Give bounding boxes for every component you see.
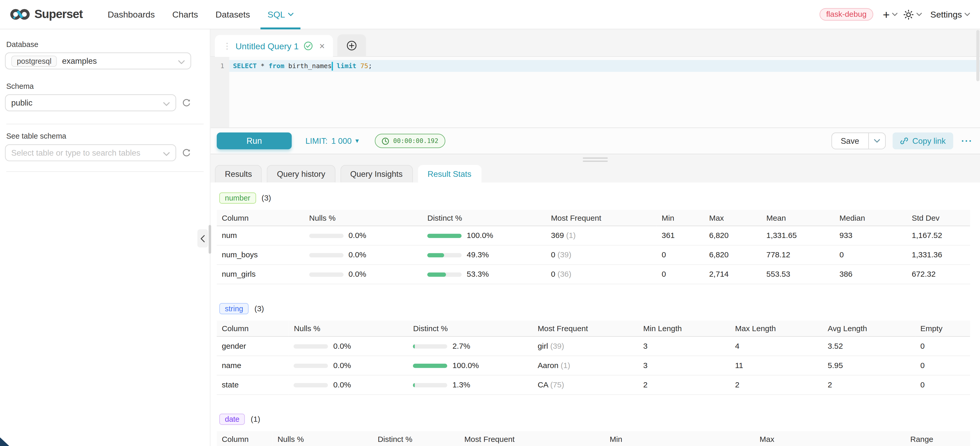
sql-token: * <box>257 60 269 72</box>
nav-item-sql[interactable]: SQL <box>259 0 302 29</box>
column-header-column: Column <box>217 431 272 446</box>
caret-down-icon: ▾ <box>355 137 359 145</box>
distinct-bar <box>427 272 461 276</box>
table-select-placeholder: Select table or type to search tables <box>11 148 140 158</box>
sql-token: birth_names <box>284 60 332 72</box>
nav-item-datasets[interactable]: Datasets <box>207 0 259 29</box>
check-circle-icon <box>304 41 313 51</box>
most-frequent-cell: girl (39) <box>533 336 638 356</box>
column-header-column: Column <box>217 210 304 226</box>
stats-section-number: number(3)ColumnNulls %Distinct %Most Fre… <box>217 183 970 284</box>
sidebar-divider <box>6 171 204 172</box>
column-header-column: Column <box>217 320 289 336</box>
most-frequent-value: 0 <box>551 251 557 260</box>
nav-item-label: SQL <box>267 9 285 19</box>
settings-label: Settings <box>931 9 962 19</box>
divider-scrollbar-thumb[interactable] <box>209 225 211 253</box>
chevron-down-icon <box>163 151 170 156</box>
settings-menu[interactable]: Settings <box>928 9 970 19</box>
database-select[interactable]: postgresql examples <box>5 53 191 69</box>
tab-query-history[interactable]: Query history <box>267 165 336 183</box>
column-header-max: Max <box>754 431 905 446</box>
chevron-down-icon <box>964 13 970 16</box>
most-frequent-value: 0 <box>551 270 557 279</box>
sql-token: from <box>269 60 284 72</box>
sql-editor[interactable]: 1 SELECT * from birth_names limit 75; <box>210 57 980 128</box>
chevron-down-icon <box>892 13 898 16</box>
stat-cell: 0 <box>834 245 907 264</box>
refresh-schemas-button[interactable] <box>181 98 191 107</box>
column-name-cell: gender <box>217 336 289 356</box>
stat-cell: 0 <box>657 245 704 264</box>
column-count: (1) <box>251 415 260 424</box>
superset-logo[interactable]: Superset <box>10 8 83 21</box>
refresh-tables-button[interactable] <box>181 148 191 158</box>
sql-code-line[interactable]: SELECT * from birth_names limit 75; <box>229 60 980 72</box>
sql-token: limit <box>337 60 356 72</box>
panel-scrollbar-thumb[interactable] <box>977 30 980 81</box>
nulls-bar <box>309 272 344 276</box>
add-query-tab-button[interactable] <box>337 34 366 56</box>
nulls-pct: 0.0% <box>348 231 366 240</box>
collapse-sidebar-button[interactable] <box>197 229 208 247</box>
refresh-icon <box>181 148 191 158</box>
new-item-menu[interactable]: + <box>879 8 898 21</box>
schema-select[interactable]: public <box>5 94 176 111</box>
theme-toggle-menu[interactable] <box>904 9 922 20</box>
refresh-icon <box>181 98 191 107</box>
distinct-cell: 100.0% <box>408 356 533 375</box>
column-name-cell: num_girls <box>217 264 304 284</box>
nulls-cell: 0.0% <box>304 226 422 245</box>
column-header-max: Max <box>704 210 762 226</box>
tab-query-insights[interactable]: Query Insights <box>340 165 413 183</box>
table-schema-label: See table schema <box>6 132 204 141</box>
stat-cell: 1,331.65 <box>762 226 834 245</box>
stat-cell: 2 <box>730 375 822 395</box>
most-frequent-value: girl <box>538 342 550 350</box>
nulls-pct: 0.0% <box>348 251 366 260</box>
sql-token: 75 <box>360 60 368 72</box>
stat-cell: 3 <box>638 336 730 356</box>
pane-resize-handle[interactable] <box>210 155 980 165</box>
distinct-pct: 100.0% <box>452 361 479 370</box>
most-frequent-value: 369 <box>551 231 566 240</box>
nulls-cell: 0.0% <box>289 375 408 395</box>
tab-result-stats[interactable]: Result Stats <box>417 165 481 183</box>
stat-cell: 2 <box>822 375 915 395</box>
limit-dropdown[interactable]: LIMIT: 1 000 ▾ <box>305 136 359 146</box>
table-select[interactable]: Select table or type to search tables <box>5 144 176 161</box>
most-frequent-cell: 0 (36) <box>546 264 657 284</box>
plus-icon: + <box>883 8 890 21</box>
save-options-button[interactable] <box>868 133 885 149</box>
editor-code-area[interactable]: SELECT * from birth_names limit 75; <box>229 57 980 127</box>
most-frequent-value: CA <box>538 381 550 389</box>
stat-cell: 672.32 <box>907 264 970 284</box>
distinct-cell: 2.7% <box>408 336 533 356</box>
query-tab[interactable]: ⋮ Untitled Query 1 × <box>215 35 333 57</box>
most-frequent-value: Aaron <box>538 361 561 370</box>
string-type-badge: string <box>220 303 249 314</box>
table-row: num_girls0.0%53.3%0 (36)02,714553.533866… <box>217 264 970 284</box>
editor-toolbar: Run LIMIT: 1 000 ▾ 00:00:00.192 Save <box>210 128 980 155</box>
copy-link-button[interactable]: Copy link <box>892 132 953 149</box>
more-actions-button[interactable]: ··· <box>961 135 973 146</box>
drag-handle-icon[interactable]: ⋮ <box>223 41 231 51</box>
column-count: (3) <box>255 304 264 313</box>
most-frequent-count: (1) <box>566 231 576 240</box>
run-query-button[interactable]: Run <box>217 132 291 149</box>
column-header-distinct-: Distinct % <box>422 210 546 226</box>
table-header-row: ColumnNulls %Distinct %Most FrequentMin … <box>217 320 970 336</box>
chevron-down-icon <box>288 13 294 16</box>
column-header-range: Range <box>905 431 970 446</box>
nulls-cell: 0.0% <box>304 245 422 264</box>
tab-results[interactable]: Results <box>215 165 262 183</box>
nav-item-dashboards[interactable]: Dashboards <box>99 0 164 29</box>
nulls-bar <box>294 383 328 387</box>
nav-item-charts[interactable]: Charts <box>164 0 207 29</box>
nulls-cell: 0.0% <box>289 336 408 356</box>
table-row: num0.0%100.0%369 (1)3616,8201,331.659331… <box>217 226 970 245</box>
close-tab-icon[interactable]: × <box>319 40 325 51</box>
most-frequent-count: (36) <box>557 270 571 279</box>
save-button[interactable]: Save <box>832 133 868 149</box>
stat-cell: 2,714 <box>704 264 762 284</box>
